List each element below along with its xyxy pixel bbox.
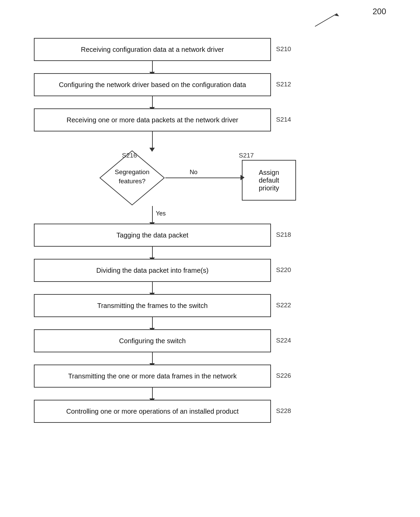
- step-s217-box: Assign default priority: [242, 160, 296, 201]
- step-s212-text: Configuring the network driver based on …: [59, 81, 246, 89]
- figure-label: 200: [373, 7, 386, 16]
- step-s212-label: S212: [276, 81, 291, 88]
- no-label: No: [190, 169, 197, 176]
- step-s216-text: Segregationfeatures?: [107, 168, 157, 186]
- yes-label: Yes: [156, 210, 166, 217]
- step-s228-box: Controlling one or more operations of an…: [34, 400, 271, 423]
- step-s222-box: Transmitting the frames to the switch: [34, 294, 271, 317]
- step-s224-label: S224: [276, 337, 291, 344]
- step-s226-text: Transmitting the one or more data frames…: [68, 372, 236, 380]
- arrow-no-horizontal: [165, 178, 242, 178]
- step-s217-text: Assign default priority: [249, 169, 289, 192]
- arrow-s224-s226: [152, 352, 153, 365]
- arrow-s220-s222: [152, 282, 153, 294]
- step-s228-label: S228: [276, 407, 291, 415]
- step-s220-box: Dividing the data packet into frame(s): [34, 259, 271, 282]
- arrow-yes-vertical: [152, 206, 153, 224]
- step-s226-box: Transmitting the one or more data frames…: [34, 365, 271, 388]
- step-s212-box: Configuring the network driver based on …: [34, 73, 271, 96]
- step-s217-label: S217: [239, 152, 254, 159]
- step-s228-text: Controlling one or more operations of an…: [66, 408, 238, 415]
- step-s214-box: Receiving one or more data packets at th…: [34, 108, 271, 131]
- step-s224-text: Configuring the switch: [119, 337, 186, 345]
- step-s210-label: S210: [276, 45, 291, 53]
- diagram-container: 200 Receiving configuration data at a ne…: [0, 0, 420, 517]
- arrow-s222-s224: [152, 317, 153, 329]
- arrow-s226-s228: [152, 388, 153, 400]
- step-s210-text: Receiving configuration data at a networ…: [81, 46, 224, 54]
- figure-label-arrow: [278, 9, 352, 30]
- step-s214-label: S214: [276, 116, 291, 123]
- step-s224-box: Configuring the switch: [34, 329, 271, 352]
- step-s218-box: Tagging the data packet: [34, 224, 271, 247]
- step-s222-text: Transmitting the frames to the switch: [97, 302, 208, 310]
- step-s220-text: Dividing the data packet into frame(s): [96, 267, 208, 274]
- step-s226-label: S226: [276, 372, 291, 379]
- step-s218-label: S218: [276, 231, 291, 239]
- svg-line-0: [315, 14, 337, 26]
- step-s214-text: Receiving one or more data packets at th…: [67, 116, 238, 124]
- arrow-s212-s214: [152, 96, 153, 108]
- step-s216-label: S216: [122, 152, 137, 159]
- step-s222-label: S222: [276, 302, 291, 309]
- step-s210-box: Receiving configuration data at a networ…: [34, 38, 271, 61]
- arrowhead-no: [240, 175, 245, 180]
- step-s220-label: S220: [276, 266, 291, 274]
- arrow-s218-s220: [152, 247, 153, 259]
- arrow-s210-s212: [152, 61, 153, 73]
- step-s218-text: Tagging the data packet: [117, 231, 188, 239]
- arrow-s214-s216: [152, 131, 153, 149]
